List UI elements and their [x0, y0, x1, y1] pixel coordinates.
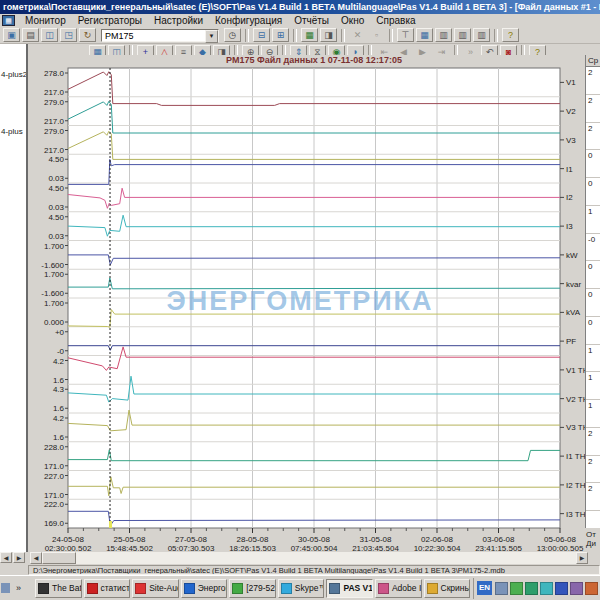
taskbar-button-label: Site-Audi...	[149, 583, 179, 593]
x-axis-time: 02:30:00.502	[45, 544, 92, 552]
chevron-down-icon[interactable]: ▼	[205, 30, 218, 43]
channel-label: V2 THD	[566, 395, 585, 404]
y-axis-label-top: 222.0	[44, 500, 65, 509]
save-icon[interactable]: ◨	[320, 28, 337, 42]
device-selector[interactable]: PM175 ▼	[101, 29, 219, 42]
x-axis-date: 27-05-08	[175, 535, 208, 544]
values-pane-cell: 1	[586, 345, 600, 373]
x-axis-date: 24-05-08	[52, 535, 85, 544]
taskbar-button[interactable]: PAS V1.4...	[326, 579, 373, 598]
y-axis-label-bottom: 217.0	[44, 88, 65, 97]
scroll-right-icon[interactable]: ▶	[13, 552, 25, 563]
print-icon[interactable]: ▤	[22, 28, 39, 42]
values-pane-cell: 0	[586, 178, 600, 206]
x-axis-time: 21:03:45.504	[352, 544, 399, 552]
taskbar-button-icon	[87, 583, 98, 594]
clock-icon[interactable]: ◷	[224, 28, 241, 42]
help-icon[interactable]: ?	[502, 28, 519, 42]
menu-item-конфигурация[interactable]: Конфигурация	[209, 15, 288, 26]
values-pane-cell: 0	[586, 289, 600, 317]
scroll-left-icon[interactable]: ◀	[0, 552, 12, 563]
menu-item-окно[interactable]: Окно	[335, 15, 370, 26]
stop-icon: ▫	[368, 28, 385, 42]
footer-label: Ди	[586, 539, 600, 548]
y-axis-label-top: 4.50	[48, 155, 64, 164]
tray-icon[interactable]	[540, 582, 553, 595]
connect-icon[interactable]: ▣	[3, 28, 20, 42]
quick-launch-icon[interactable]	[1, 583, 10, 593]
bitmap-export-icon[interactable]: ▦	[301, 28, 318, 42]
tray-icon[interactable]	[495, 582, 508, 595]
language-indicator[interactable]: EN	[477, 581, 492, 595]
y-axis-label-bottom: 0.000	[44, 318, 65, 327]
scroll-left-icon[interactable]: ◀	[30, 552, 42, 564]
x-axis-time: 23:41:15.505	[475, 544, 522, 552]
status-path: D:\Энергометрика\Поставщики_генеральный\…	[33, 566, 505, 575]
monitor-window-icon[interactable]: ◳	[60, 28, 77, 42]
taskbar-button[interactable]: Skype™-...	[278, 579, 325, 598]
quick-launch-more[interactable]: »	[16, 583, 21, 593]
scroll-track[interactable]	[76, 552, 576, 564]
device-selector-value: PM175	[105, 31, 134, 41]
taskbar: » The Bat!статисти...Site-Audi...Энергом…	[0, 575, 600, 600]
footer-label: От	[586, 530, 600, 539]
y-axis-label-bottom: 169.0	[44, 519, 65, 528]
tray-icon[interactable]	[570, 582, 583, 595]
watermark: ЭНЕРГОМЕТРИКА	[100, 286, 500, 317]
flag-icon[interactable]: ⊤	[397, 28, 414, 42]
tray-icon[interactable]	[510, 582, 523, 595]
channel-label: I2	[566, 193, 573, 202]
toolbar-separator	[293, 29, 297, 42]
tray-icon[interactable]	[525, 582, 538, 595]
taskbar-button-label: The Bat!	[52, 583, 82, 593]
menu-item-регистраторы[interactable]: Регистраторы	[72, 15, 148, 26]
menu-item-справка[interactable]: Справка	[370, 15, 421, 26]
monitor-online-icon[interactable]: ⊞	[272, 28, 289, 42]
taskbar-button[interactable]: [279-529...	[229, 579, 276, 598]
tray-icon[interactable]	[585, 582, 598, 595]
tree-item[interactable]: 4-plus2	[1, 70, 26, 79]
taskbar-button[interactable]: Site-Audi...	[132, 579, 179, 598]
y-axis-label-top: 4.50	[48, 184, 64, 193]
system-tray: EN	[473, 578, 600, 599]
tree-item[interactable]: 4-plus	[1, 127, 26, 136]
mdi-child-icon[interactable]: ▦	[2, 15, 15, 26]
taskbar-button[interactable]: Adobe Ill...	[375, 579, 422, 598]
x-axis-time: 13:00:00.505	[537, 544, 584, 552]
values-pane-cell: 2	[586, 456, 600, 484]
channel-label: kW	[566, 251, 578, 260]
taskbar-button-label: Adobe Ill...	[392, 583, 422, 593]
y-axis-label-bottom: 0.03	[48, 174, 64, 183]
taskbar-button[interactable]: The Bat!	[35, 579, 82, 598]
values-pane-cell: 2	[586, 67, 600, 95]
harmonics-v-icon[interactable]: ▥	[435, 28, 452, 42]
menu-item-монитор[interactable]: Монитор	[19, 15, 72, 26]
taskbar-button-label: PAS V1.4...	[343, 583, 373, 593]
scroll-right-icon[interactable]: ▶	[576, 552, 588, 564]
x-axis-date: 28-05-08	[236, 535, 269, 544]
menu-item-отчёты[interactable]: Отчёты	[288, 15, 335, 26]
horizontal-scrollbar[interactable]: ◀ ▶	[30, 552, 588, 564]
taskbar-button[interactable]: статисти...	[84, 579, 131, 598]
table-icon[interactable]: ▦	[416, 28, 433, 42]
scroll-thumb[interactable]	[42, 552, 76, 564]
x-axis-time: 07:45:00.504	[291, 544, 338, 552]
x-axis-date: 30-05-08	[298, 535, 331, 544]
tray-icon[interactable]	[555, 582, 568, 595]
values-pane-cell: 1	[586, 372, 600, 400]
refresh-icon[interactable]: ↻	[79, 28, 96, 42]
y-axis-label-bottom: 1.6	[53, 376, 65, 385]
values-pane-cell: 2	[586, 428, 600, 456]
taskbar-button-icon	[427, 583, 438, 594]
taskbar-button[interactable]: Скрины	[424, 579, 471, 598]
harmonics-p-icon[interactable]: ▥	[473, 28, 490, 42]
data-log-window-icon[interactable]: ◫	[41, 28, 58, 42]
menu-item-настройки[interactable]: Настройки	[148, 15, 209, 26]
channel-label: kvar	[566, 280, 581, 289]
cursor-marker	[109, 521, 112, 528]
taskbar-button[interactable]: Энергом...	[181, 579, 228, 598]
values-pane-cell: 1	[586, 400, 600, 428]
monitor-offline-icon[interactable]: ⊟	[253, 28, 270, 42]
y-axis-label-bottom: 171.0	[44, 491, 65, 500]
harmonics-i-icon[interactable]: ▥	[454, 28, 471, 42]
